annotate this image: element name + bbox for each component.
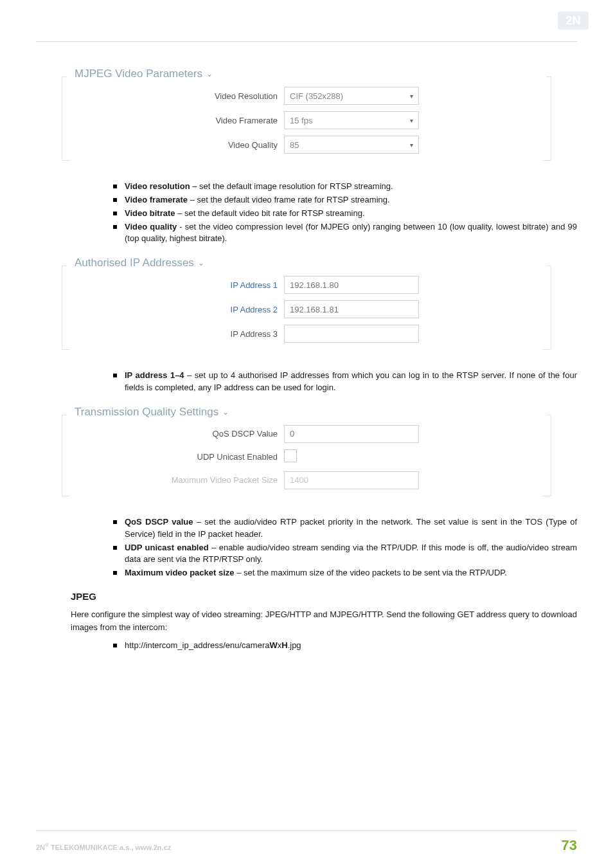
- video-quality-value: 85: [290, 140, 299, 150]
- chevron-down-icon: ⌄: [222, 408, 229, 417]
- tqs-bullets: QoS DSCP value – set the audio/video RTP…: [36, 516, 577, 579]
- ip-address-3-label: IP Address 3: [72, 329, 284, 339]
- tqs-legend[interactable]: Transmission Quality Settings ⌄: [73, 406, 233, 419]
- brand-logo: 2N: [558, 12, 589, 32]
- jpeg-url-item: http://intercom_ip_address/enu/cameraWxH…: [113, 640, 577, 652]
- footer-company: 2N® TELEKOMUNIKACE a.s., www.2n.cz: [36, 842, 171, 851]
- video-resolution-value: CIF (352x288): [290, 91, 343, 101]
- video-framerate-label: Video Framerate: [72, 116, 284, 125]
- bullet-video-bitrate: Video bitrate – set the default video bi…: [113, 208, 577, 220]
- tqs-legend-text: Transmission Quality Settings: [75, 406, 218, 419]
- video-framerate-value: 15 fps: [290, 116, 312, 125]
- video-quality-label: Video Quality: [72, 140, 284, 150]
- caret-down-icon: ▾: [410, 93, 413, 100]
- authip-legend-text: Authorised IP Addresses: [75, 257, 194, 269]
- bullet-video-framerate: Video framerate – set the default video …: [113, 194, 577, 206]
- ip-address-2-value: 192.168.1.81: [290, 305, 339, 314]
- mjpeg-video-parameters-group: MJPEG Video Parameters ⌄ Video Resolutio…: [62, 68, 551, 169]
- video-quality-select[interactable]: 85 ▾: [284, 136, 419, 154]
- bullet-video-resolution: Video resolution – set the default image…: [113, 181, 577, 193]
- video-resolution-label: Video Resolution: [72, 91, 284, 101]
- logo-2n-icon: 2N: [558, 12, 589, 30]
- page-footer: 2N® TELEKOMUNIKACE a.s., www.2n.cz 73: [36, 830, 577, 854]
- transmission-quality-group: Transmission Quality Settings ⌄ QoS DSCP…: [62, 406, 551, 505]
- jpeg-paragraph: Here configure the simplest way of video…: [71, 608, 577, 633]
- svg-text:2N: 2N: [565, 14, 580, 27]
- bullet-ip-address: IP address 1–4 – set up to 4 authorised …: [113, 370, 577, 394]
- chevron-down-icon: ⌄: [206, 69, 213, 78]
- ip-address-2-input[interactable]: 192.168.1.81: [284, 300, 419, 318]
- qos-dscp-value: 0: [290, 429, 294, 439]
- authorised-ip-group: Authorised IP Addresses ⌄ IP Address 1 1…: [62, 257, 551, 358]
- max-packet-size-label: Maximum Video Packet Size: [72, 475, 284, 485]
- qos-dscp-input[interactable]: 0: [284, 425, 419, 443]
- chevron-down-icon: ⌄: [198, 258, 204, 267]
- ip-address-1-label[interactable]: IP Address 1: [72, 280, 284, 290]
- udp-unicast-label: UDP Unicast Enabled: [72, 452, 284, 462]
- max-packet-size-input: 1400: [284, 471, 419, 489]
- jpeg-url-list: http://intercom_ip_address/enu/cameraWxH…: [36, 640, 577, 652]
- bullet-udp-unicast: UDP unicast enabled – enable audio/video…: [113, 542, 577, 566]
- bullet-max-packet: Maximum video packet size – set the maxi…: [113, 567, 577, 579]
- ip-address-1-value: 192.168.1.80: [290, 280, 339, 290]
- caret-down-icon: ▾: [410, 141, 413, 149]
- authip-bullets: IP address 1–4 – set up to 4 authorised …: [36, 370, 577, 394]
- ip-address-2-label[interactable]: IP Address 2: [72, 305, 284, 314]
- header-divider: [36, 41, 577, 42]
- authip-legend[interactable]: Authorised IP Addresses ⌄: [73, 257, 208, 269]
- mjpeg-legend[interactable]: MJPEG Video Parameters ⌄: [73, 68, 217, 80]
- ip-address-1-input[interactable]: 192.168.1.80: [284, 276, 419, 294]
- jpeg-heading: JPEG: [71, 591, 577, 602]
- max-packet-size-value: 1400: [290, 475, 308, 485]
- qos-dscp-label: QoS DSCP Value: [72, 429, 284, 439]
- mjpeg-bullets: Video resolution – set the default image…: [36, 181, 577, 245]
- page-number: 73: [562, 837, 577, 854]
- video-framerate-select[interactable]: 15 fps ▾: [284, 111, 419, 129]
- caret-down-icon: ▾: [410, 117, 413, 124]
- ip-address-3-input[interactable]: [284, 325, 419, 343]
- udp-unicast-checkbox[interactable]: [284, 449, 297, 462]
- bullet-qos-dscp: QoS DSCP value – set the audio/video RTP…: [113, 516, 577, 541]
- video-resolution-select[interactable]: CIF (352x288) ▾: [284, 87, 419, 105]
- mjpeg-legend-text: MJPEG Video Parameters: [75, 68, 202, 80]
- bullet-video-quality: Video quality - set the video compressio…: [113, 221, 577, 246]
